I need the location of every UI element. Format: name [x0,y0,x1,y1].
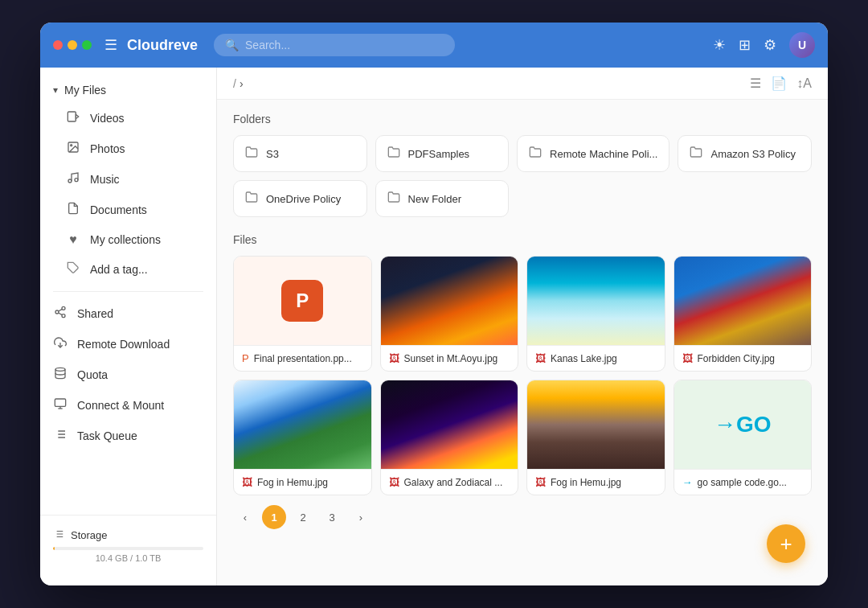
file-area: / › ☰ 📄 ↕A Folders S3 [217,68,828,585]
file-card-info: → go sample code.go... [674,469,812,495]
file-card[interactable]: 🖼 Kanas Lake.jpg [526,256,665,372]
file-thumbnail [381,380,518,469]
storage-text: 10.4 GB / 1.0 TB [53,553,203,563]
breadcrumb-nav[interactable]: › [240,77,244,90]
folder-item[interactable]: New Folder [375,180,510,217]
folder-name: PDFSamples [408,148,470,160]
file-card[interactable]: →GO → go sample code.go... [674,380,813,495]
minimize-button[interactable] [68,40,77,50]
search-icon: 🔍 [225,39,239,51]
storage-bar [53,547,203,550]
list-view-icon[interactable]: ☰ [750,76,761,91]
sidebar-item-remote-download[interactable]: Remote Download [40,329,216,359]
file-card-info: P Final presentation.pp... [234,345,371,371]
folders-section-title: Folders [233,113,812,125]
file-card[interactable]: 🖼 Forbidden City.jpg [674,256,813,372]
grid-icon[interactable]: ⊞ [739,36,751,54]
sidebar-item-connect-mount[interactable]: Connect & Mount [40,390,216,421]
file-thumbnail [527,257,665,345]
page-2-button[interactable]: 2 [291,505,315,529]
storage-label: Storage [71,529,108,541]
sidebar-item-quota[interactable]: Quota [40,359,216,390]
svg-rect-13 [55,399,65,406]
theme-icon[interactable]: ☀ [713,36,726,54]
file-thumbnail: →GO [674,380,812,469]
file-type-icon: 🖼 [535,476,546,488]
folder-name: New Folder [408,193,461,205]
file-card[interactable]: 🖼 Sunset in Mt.Aoyu.jpg [380,256,519,372]
svg-point-12 [55,368,65,371]
sidebar-item-collections[interactable]: ♥ My collections [40,225,216,254]
folder-name: S3 [266,148,279,160]
folder-item[interactable]: OneDrive Policy [233,180,367,217]
file-thumbnail [234,380,371,469]
sidebar-item-videos[interactable]: Videos [40,103,216,134]
file-type-icon: 🖼 [389,476,399,488]
folder-item[interactable]: Amazon S3 Policy [678,135,812,172]
file-card[interactable]: 🖼 Fog in Hemu.jpg [526,380,665,495]
folder-icon [245,146,258,162]
settings-icon[interactable]: ⚙ [764,36,776,54]
sidebar-item-task-queue[interactable]: Task Queue [40,421,216,451]
sidebar-quota-label: Quota [77,368,108,381]
sidebar-divider [53,291,203,292]
storage-icon [53,528,64,542]
sidebar-item-documents[interactable]: Documents [40,195,216,225]
sidebar-item-shared[interactable]: Shared [40,298,216,329]
file-name: go sample code.go... [698,477,787,488]
file-type-icon: 🖼 [535,352,546,364]
file-name: Kanas Lake.jpg [551,353,617,364]
cloud-download-icon [53,336,68,352]
folder-item[interactable]: Remote Machine Poli... [517,135,669,172]
folder-icon [387,191,400,207]
folder-icon [245,191,258,207]
sidebar-item-music[interactable]: Music [40,164,216,195]
folder-icon [529,146,542,162]
folder-item[interactable]: PDFSamples [375,135,510,172]
sort-icon[interactable]: ↕A [796,76,812,91]
menu-icon[interactable]: ☰ [104,36,117,54]
svg-point-4 [75,179,78,182]
sidebar-storage: Storage 10.4 GB / 1.0 TB [40,515,216,576]
file-thumbnail [527,380,665,469]
photos-icon [66,141,80,157]
close-button[interactable] [53,40,63,50]
file-card-info: 🖼 Sunset in Mt.Aoyu.jpg [381,345,518,371]
go-logo: →GO [714,412,772,438]
folder-icon [387,146,400,162]
svg-point-6 [62,306,65,310]
search-input[interactable] [245,39,444,51]
sidebar-photos-label: Photos [90,142,125,155]
file-type-icon: 🖼 [242,476,252,488]
file-type-icon: P [242,352,249,364]
search-bar[interactable]: 🔍 [214,34,455,56]
avatar[interactable]: U [789,32,815,58]
page-prev-button[interactable]: ‹ [233,505,257,529]
sidebar-item-add-tag[interactable]: Add a tag... [40,254,216,285]
page-1-button[interactable]: 1 [262,505,286,529]
page-3-button[interactable]: 3 [320,505,344,529]
svg-rect-0 [68,112,76,121]
sidebar-item-photos[interactable]: Photos [40,134,216,164]
file-card[interactable]: 🖼 Galaxy and Zodiacal ... [380,380,519,495]
file-name: Fog in Hemu.jpg [551,477,621,488]
file-card-info: 🖼 Galaxy and Zodiacal ... [381,469,518,495]
sidebar-music-label: Music [90,173,120,186]
file-view-icon[interactable]: 📄 [771,76,787,91]
file-card[interactable]: P P Final presentation.pp... [233,256,372,372]
folder-item[interactable]: S3 [233,135,367,172]
sidebar-my-files[interactable]: ▾ My Files [40,77,216,103]
folder-icon [690,146,702,162]
sidebar-shared-label: Shared [77,307,113,320]
file-thumbnail [674,257,812,345]
page-next-button[interactable]: › [349,505,373,529]
file-card[interactable]: 🖼 Fog in Hemu.jpg [233,380,372,495]
traffic-lights [53,40,92,50]
app-title: Cloudreve [127,37,198,54]
sidebar: ▾ My Files Videos Photos Music [40,68,217,585]
maximize-button[interactable] [82,40,92,50]
file-area-wrapper: / › ☰ 📄 ↕A Folders S3 [217,68,828,585]
heart-icon: ♥ [66,232,80,247]
fab-button[interactable]: + [767,524,805,563]
folders-grid: S3 PDFSamples Remote Machi [233,135,812,217]
